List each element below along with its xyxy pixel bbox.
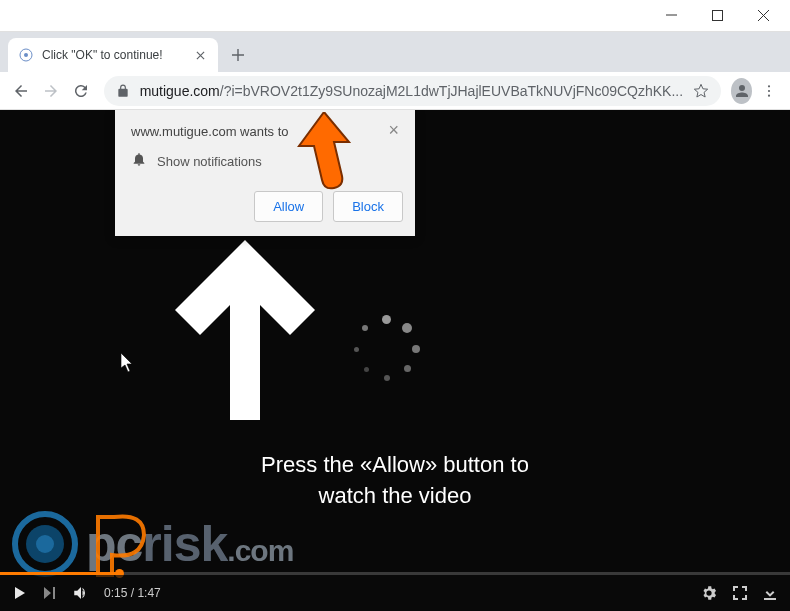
svg-point-2: [24, 53, 28, 57]
notification-allow-button[interactable]: Allow: [254, 191, 323, 222]
video-current-time: 0:15: [104, 586, 127, 600]
play-button[interactable]: [12, 585, 28, 601]
settings-button[interactable]: [700, 584, 718, 602]
notification-body-text: Show notifications: [157, 154, 262, 169]
bookmark-star-icon[interactable]: [693, 83, 709, 99]
svg-point-4: [768, 89, 770, 91]
notification-origin-text: www.mutigue.com wants to: [131, 124, 289, 139]
instruction-text: Press the «Allow» button to watch the vi…: [0, 450, 790, 512]
watermark-logo-icon: [12, 511, 78, 577]
notification-close-icon[interactable]: ×: [388, 124, 399, 139]
mouse-cursor-icon: [121, 353, 135, 377]
instruction-line-1: Press the «Allow» button to: [0, 450, 790, 481]
back-button[interactable]: [8, 75, 34, 107]
next-button[interactable]: [42, 585, 58, 601]
orange-pointer-arrow-icon: [294, 112, 354, 194]
window-minimize-button[interactable]: [648, 1, 694, 31]
tab-close-icon[interactable]: [192, 47, 208, 63]
reload-button[interactable]: [68, 75, 94, 107]
window-close-button[interactable]: [740, 1, 786, 31]
notification-permission-prompt: www.mutigue.com wants to × Show notifica…: [115, 110, 415, 236]
browser-toolbar: mutigue.com/?i=bVROV2t1Zy9SUnozajM2L1dwT…: [0, 72, 790, 110]
video-controls: 0:15 / 1:47: [0, 575, 790, 611]
url-path: /?i=bVROV2t1Zy9SUnozajM2L1dwTjJHajlEUVBa…: [220, 83, 683, 99]
window-titlebar: [0, 0, 790, 32]
loading-spinner-icon: [352, 315, 422, 385]
video-total-time: 1:47: [137, 586, 160, 600]
page-viewport: www.mutigue.com wants to × Show notifica…: [0, 110, 790, 611]
up-arrow-icon: [175, 240, 315, 424]
url-domain: mutigue.com: [140, 83, 220, 99]
browser-menu-icon[interactable]: [756, 75, 782, 107]
browser-tab[interactable]: Click "OK" to continue!: [8, 38, 218, 72]
window-maximize-button[interactable]: [694, 1, 740, 31]
tab-favicon-icon: [18, 47, 34, 63]
volume-button[interactable]: [72, 584, 90, 602]
bell-icon: [131, 151, 147, 171]
watermark-dotcom: .com: [227, 534, 293, 568]
notification-block-button[interactable]: Block: [333, 191, 403, 222]
fullscreen-button[interactable]: [732, 585, 748, 601]
tab-strip: Click "OK" to continue!: [0, 32, 790, 72]
address-bar[interactable]: mutigue.com/?i=bVROV2t1Zy9SUnozajM2L1dwT…: [104, 76, 722, 106]
profile-avatar-icon[interactable]: [731, 78, 752, 104]
forward-button[interactable]: [38, 75, 64, 107]
url-text: mutigue.com/?i=bVROV2t1Zy9SUnozajM2L1dwT…: [140, 83, 684, 99]
tab-title: Click "OK" to continue!: [42, 48, 184, 62]
svg-point-5: [768, 94, 770, 96]
lock-icon: [116, 84, 130, 98]
download-button[interactable]: [762, 585, 778, 601]
svg-rect-0: [712, 11, 722, 21]
watermark-p-orange-icon: [90, 507, 160, 577]
new-tab-button[interactable]: [224, 41, 252, 69]
video-time: 0:15 / 1:47: [104, 586, 161, 600]
svg-point-3: [768, 85, 770, 87]
